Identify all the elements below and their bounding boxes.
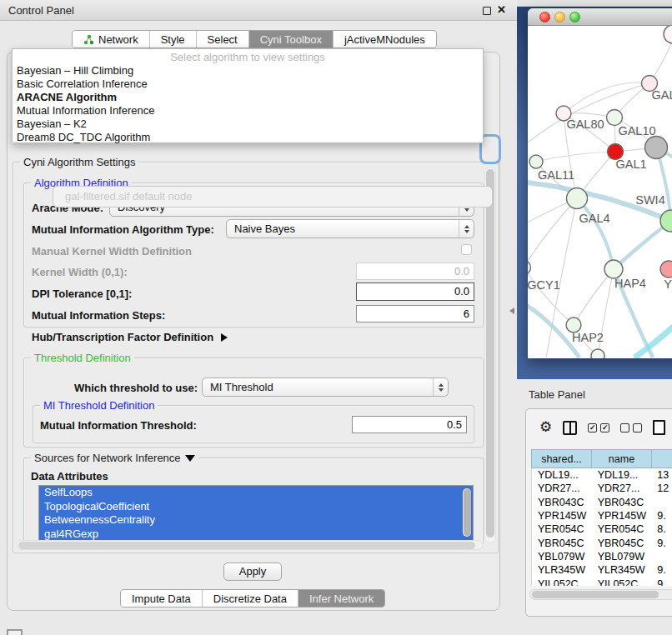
network-target-combo[interactable]: gal-filtered.sif default node — [53, 186, 493, 208]
deselect-all-icon[interactable] — [620, 423, 642, 432]
dpi-tolerance-label: DPI Tolerance [0,1]: — [32, 288, 132, 300]
tab-infer-network[interactable]: Infer Network — [298, 590, 384, 607]
table-cell: YLR345W — [532, 563, 592, 577]
network-node-label: GAL4 — [579, 212, 609, 225]
table-row[interactable]: YBL079WYBL079W — [532, 550, 672, 563]
table-row[interactable]: YLR345WYLR345W9. — [532, 563, 672, 577]
dropdown-item[interactable]: Bayesian – K2 — [13, 118, 483, 131]
column-layout-icon[interactable] — [563, 421, 577, 435]
close-icon[interactable]: ✕ — [497, 3, 506, 16]
table-column-header[interactable]: name — [591, 449, 651, 468]
dropdown-item[interactable]: Dream8 DC_TDC Algorithm — [13, 131, 483, 144]
control-panel-tab-bar: NetworkStyleSelectCyni ToolboxjActiveMNo… — [72, 30, 437, 48]
apply-button[interactable]: Apply — [223, 562, 282, 581]
table-cell — [651, 550, 672, 563]
dpi-tolerance-field[interactable]: 0.0 — [356, 282, 474, 301]
settings-vertical-scrollbar[interactable] — [484, 167, 496, 543]
table-row[interactable]: YDR27...YDR27...12 — [532, 482, 672, 495]
table-cell: 8. — [651, 522, 672, 536]
network-desktop: GALGAL80GAL10GAL1GAL11GAL4SWI4GCY1HAP4YH… — [517, 7, 672, 379]
dropdown-item[interactable]: Mutual Information Inference — [13, 104, 483, 118]
tab-select[interactable]: Select — [197, 31, 249, 48]
attribute-list-item[interactable]: BetweennessCentrality — [39, 513, 473, 528]
table-row[interactable]: YBR043CYBR043C — [532, 496, 672, 509]
network-node-label: HAP2 — [572, 331, 604, 344]
table-row[interactable]: YER054CYER054C8. — [532, 522, 672, 536]
attribute-list-item[interactable]: SelfLoops — [39, 486, 473, 500]
network-edge — [577, 198, 614, 269]
mi-threshold-definition-group: MI Threshold Definition Mutual Informati… — [33, 405, 474, 443]
table-horizontal-scrollbar[interactable] — [529, 589, 672, 600]
data-attributes-list[interactable]: SelfLoopsTopologicalCoefficientBetweenne… — [38, 485, 474, 542]
dropdown-item[interactable]: ARACNE Algorithm — [13, 91, 483, 104]
table-cell: YLR345W — [592, 563, 652, 577]
dropdown-item[interactable]: Basic Correlation Inference — [13, 78, 483, 91]
table-cell: YPR145W — [592, 509, 652, 522]
tab-discretize-data[interactable]: Discretize Data — [203, 590, 298, 607]
attribute-list-item[interactable]: gal4RGexp — [39, 528, 473, 542]
table-column-header[interactable]: shared... — [531, 449, 591, 468]
mi-algorithm-type-combo[interactable]: Naive Bayes — [226, 219, 474, 238]
network-node-label: Y — [664, 278, 672, 291]
settings-horizontal-scrollbar[interactable] — [16, 540, 483, 550]
dropdown-item[interactable]: Bayesian – Hill Climbing — [13, 64, 483, 78]
network-node-gal11[interactable] — [529, 155, 543, 168]
table-cell: YBL079W — [532, 550, 592, 563]
network-node-label: SWI4 — [635, 193, 664, 207]
manual-kernel-width-checkbox[interactable] — [461, 244, 472, 255]
mi-steps-label: Mutual Information Steps: — [32, 309, 165, 322]
sources-legend: Sources for Network Inference — [31, 452, 198, 464]
zoom-traffic-light[interactable] — [569, 12, 580, 22]
minimize-traffic-light[interactable] — [554, 12, 565, 22]
hub-definition-expander[interactable]: Hub/Transcription Factor Definition — [32, 331, 228, 343]
network-node-gcy1[interactable] — [528, 261, 531, 275]
select-all-icon[interactable]: ✓✓ — [588, 423, 609, 432]
attribute-list-item[interactable]: TopologicalCoefficient — [39, 500, 473, 514]
network-node-gal4[interactable] — [567, 188, 588, 209]
network-node-label: GAL10 — [618, 124, 655, 138]
tab-style[interactable]: Style — [150, 31, 197, 48]
which-threshold-combo[interactable]: MI Threshold — [202, 378, 449, 397]
network-node-label: HAP4 — [614, 277, 646, 290]
table-cell: YBR045C — [532, 536, 592, 549]
table-cell: 12 — [651, 482, 672, 495]
table-header-row: shared...name — [531, 449, 672, 468]
kernel-width-field[interactable]: 0.0 — [356, 262, 474, 280]
settings-gear-icon[interactable]: ⚙ — [539, 420, 552, 435]
collapse-arrow-icon — [185, 455, 195, 462]
network-node-gal10[interactable] — [607, 110, 623, 126]
table-rows: YDL19...YDL19...13YDR27...YDR27...12YBR0… — [531, 468, 672, 586]
network-node-y[interactable] — [660, 261, 672, 278]
float-icon[interactable] — [483, 7, 491, 15]
mi-threshold-field[interactable]: 0.5 — [352, 416, 467, 433]
network-node[interactable] — [591, 349, 604, 358]
tab-jactivemnodules[interactable]: jActiveMNodules — [333, 31, 436, 48]
network-node-hap4[interactable] — [604, 260, 623, 278]
table-row[interactable]: YDL19...YDL19...13 — [532, 468, 672, 482]
kernel-width-label: Kernel Width (0,1): — [32, 266, 128, 278]
mi-threshold-label: Mutual Information Threshold: — [40, 419, 197, 432]
network-node[interactable] — [645, 137, 668, 159]
mi-steps-field[interactable]: 6 — [356, 305, 474, 322]
table-row[interactable]: YBR045CYBR045C9. — [532, 536, 672, 549]
which-threshold-label: Which threshold to use: — [74, 382, 198, 394]
network-node[interactable] — [664, 26, 672, 43]
list-scrollbar[interactable] — [463, 488, 471, 537]
network-window-titlebar[interactable] — [528, 8, 672, 26]
network-canvas[interactable]: GALGAL80GAL10GAL1GAL11GAL4SWI4GCY1HAP4YH… — [528, 26, 672, 358]
splitter-cursor-icon — [509, 308, 514, 314]
close-traffic-light[interactable] — [539, 12, 550, 22]
document-icon[interactable] — [653, 420, 665, 435]
table-toolbar: ⚙ ✓✓ — [539, 419, 665, 436]
threshold-definition-group: Threshold Definition Which threshold to … — [23, 358, 484, 448]
table-column-header[interactable] — [651, 449, 672, 468]
table-row[interactable]: YIL052CYIL052C9. — [532, 577, 672, 586]
tab-network[interactable]: Network — [73, 31, 150, 48]
table-row[interactable]: YPR145WYPR145W9. — [532, 509, 672, 522]
algorithm-dropdown-popup: Select algorithm to view settings Bayesi… — [12, 48, 484, 143]
table-cell: 9. — [651, 536, 672, 549]
network-graph: GALGAL80GAL10GAL1GAL11GAL4SWI4GCY1HAP4YH… — [528, 26, 672, 358]
tab-impute-data[interactable]: Impute Data — [121, 590, 203, 607]
collapsed-panel-icon[interactable] — [7, 629, 23, 635]
tab-cyni-toolbox[interactable]: Cyni Toolbox — [249, 31, 333, 48]
